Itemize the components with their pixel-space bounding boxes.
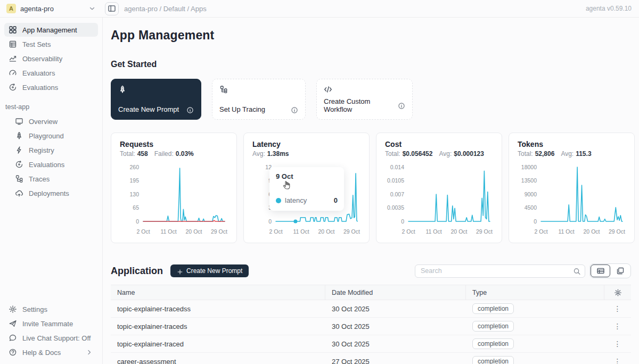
svg-text:0.0105: 0.0105	[387, 177, 404, 184]
row-menu-button[interactable]: ⋮	[604, 340, 631, 348]
chat-icon	[9, 334, 17, 342]
sidebar-item-label: App Management	[22, 26, 77, 34]
metric-label: Avg:	[439, 150, 452, 158]
card-view-icon	[616, 267, 625, 275]
requests-chart[interactable]: 0651301952602 Oct11 Oct20 Oct29 Oct	[120, 162, 228, 238]
create-new-prompt-button[interactable]: Create New Prompt	[170, 264, 249, 277]
search-icon[interactable]	[573, 267, 581, 275]
svg-text:2 Oct: 2 Oct	[402, 228, 415, 235]
sidebar-toggle-button[interactable]	[105, 2, 119, 15]
svg-text:195: 195	[129, 177, 139, 184]
get-started-card[interactable]: Set Up Tracing	[212, 79, 306, 120]
tooltip-value: 0	[334, 196, 338, 204]
sidebar-item[interactable]: Evaluations	[4, 80, 98, 94]
sidebar-item-label: Live Chat Support: Off	[22, 334, 91, 342]
svg-text:20 Oct: 20 Oct	[186, 228, 202, 235]
tree-icon	[219, 85, 229, 95]
sidebar-item[interactable]: Evaluations	[11, 158, 98, 171]
card-view-button[interactable]	[610, 264, 630, 277]
column-header-name[interactable]: Name	[111, 285, 325, 300]
info-icon[interactable]	[398, 102, 405, 109]
info-icon[interactable]	[186, 106, 194, 113]
latency-card: Latency Avg:1.38ms 0369122 Oct11 Oct20 O…	[243, 133, 370, 243]
gear-icon	[9, 305, 17, 313]
tree-icon	[15, 175, 23, 183]
plus-icon	[177, 268, 183, 274]
svg-text:20 Oct: 20 Oct	[451, 228, 468, 235]
sidebar-item[interactable]: Live Chat Support: Off	[4, 331, 98, 345]
sidebar-item[interactable]: Observability	[4, 52, 98, 65]
svg-text:2 Oct: 2 Oct	[269, 228, 282, 235]
search-input[interactable]	[415, 264, 585, 278]
metric-value: $0.000123	[454, 150, 484, 158]
svg-text:0.0035: 0.0035	[387, 204, 404, 211]
code-icon	[324, 85, 333, 95]
sidebar-item[interactable]: Test Sets	[4, 37, 98, 51]
table-row[interactable]: topic-explainer-traced 30 Oct 2025 compl…	[111, 335, 631, 353]
svg-text:11 Oct: 11 Oct	[558, 228, 574, 235]
chevron-down-icon	[88, 4, 96, 13]
main-content: App Management Get Started Create New Pr…	[103, 18, 639, 364]
svg-text:20 Oct: 20 Oct	[318, 228, 335, 235]
monitor-icon	[15, 117, 23, 126]
sidebar-item-label: Test Sets	[22, 40, 51, 48]
row-menu-button[interactable]: ⋮	[604, 304, 631, 313]
svg-text:9000: 9000	[525, 191, 537, 197]
svg-text:20 Oct: 20 Oct	[584, 228, 600, 235]
sidebar-item[interactable]: Help & Docs	[4, 345, 98, 359]
metric-label: Total:	[385, 150, 400, 158]
sidebar-item-label: Deployments	[29, 189, 69, 197]
svg-text:0: 0	[268, 218, 272, 225]
metric-label: Avg:	[561, 150, 574, 158]
stat-title: Tokens	[518, 140, 626, 148]
app-date-modified: 27 Oct 2025	[325, 358, 466, 364]
info-icon[interactable]	[291, 106, 298, 113]
svg-text:29 Oct: 29 Oct	[609, 228, 625, 235]
testset-icon	[9, 40, 17, 48]
get-started-card[interactable]: Create Custom Workflow	[316, 79, 413, 120]
row-menu-button[interactable]: ⋮	[604, 357, 631, 364]
table-row[interactable]: topic-explainer-traceds 30 Oct 2025 comp…	[111, 318, 631, 335]
sidebar-item[interactable]: Invite Teammate	[4, 317, 98, 330]
table-row[interactable]: career-assessment 27 Oct 2025 completion…	[111, 353, 631, 364]
table-view-button[interactable]	[591, 264, 610, 277]
help-icon	[9, 348, 17, 357]
column-header-type[interactable]: Type	[466, 285, 604, 300]
sidebar-item[interactable]: App Management	[4, 23, 98, 37]
breadcrumb[interactable]: agenta-pro / Default / Apps	[124, 5, 207, 13]
metric-label: Total:	[518, 150, 533, 158]
svg-text:260: 260	[129, 164, 139, 170]
sidebar-item[interactable]: Evaluators	[4, 66, 98, 80]
sidebar-item[interactable]: Registry	[11, 143, 98, 157]
cost-chart[interactable]: 00.00350.0070.01050.0142 Oct11 Oct20 Oct…	[385, 162, 493, 238]
requests-card: Requests Total:458Failed:0.03% 065130195…	[111, 133, 237, 243]
sidebar-item[interactable]: Settings	[4, 302, 98, 316]
table-row[interactable]: topic-explainer-tracedss 30 Oct 2025 com…	[111, 300, 631, 318]
observability-icon	[9, 54, 17, 63]
sidebar-item[interactable]: Overview	[11, 114, 98, 128]
sidebar-item[interactable]: Playground	[11, 129, 98, 143]
tooltip-date: 9 Oct	[276, 172, 338, 180]
sidebar-item[interactable]: Traces	[11, 172, 98, 186]
svg-text:29 Oct: 29 Oct	[211, 228, 227, 235]
metric-value: 52,806	[535, 150, 555, 158]
svg-text:0.014: 0.014	[390, 164, 404, 170]
sidebar-item[interactable]: Deployments	[11, 186, 98, 200]
sidebar-item-label: Observability	[22, 55, 62, 63]
column-header-date-modified[interactable]: Date Modified	[325, 285, 466, 300]
app-name: topic-explainer-tracedss	[111, 305, 325, 313]
get-started-card[interactable]: Create New Prompt	[111, 79, 201, 120]
grid-icon	[9, 26, 17, 34]
table-settings-icon[interactable]	[614, 288, 622, 296]
paper-plane-icon	[9, 319, 17, 328]
svg-text:2 Oct: 2 Oct	[136, 228, 150, 235]
stat-title: Latency	[252, 140, 361, 148]
tokens-chart[interactable]: 04500900013500180002 Oct11 Oct20 Oct29 O…	[518, 162, 626, 238]
evals-icon	[9, 83, 17, 92]
metric-value: $0.056452	[403, 150, 433, 158]
sidebar-bottom-nav: Settings Invite Teammate Live Chat Suppo…	[4, 302, 98, 360]
workspace-selector[interactable]: A agenta-pro	[0, 4, 103, 13]
row-menu-button[interactable]: ⋮	[604, 322, 631, 330]
metric-label: Failed:	[154, 150, 174, 158]
workspace-avatar: A	[6, 4, 16, 13]
